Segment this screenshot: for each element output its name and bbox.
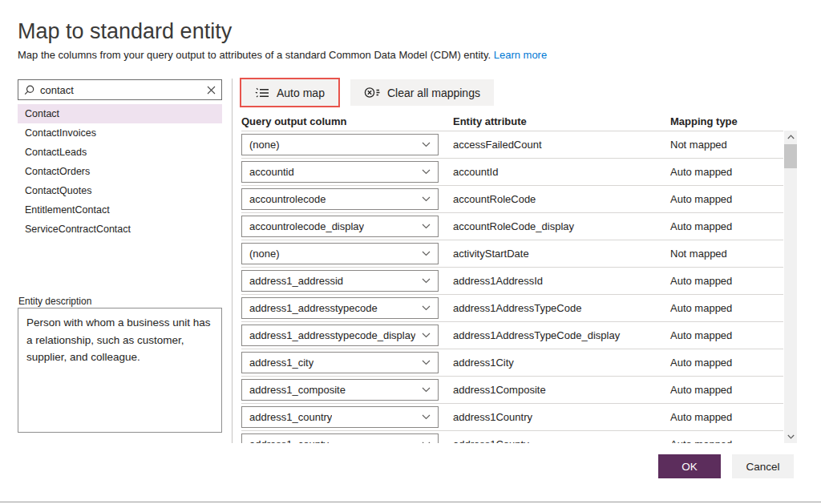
- chevron-down-icon: [422, 169, 431, 175]
- auto-map-button[interactable]: Auto map: [241, 79, 338, 106]
- query-column-value: accountid: [249, 166, 294, 178]
- entity-list-item[interactable]: ContactInvoices: [18, 123, 222, 143]
- entity-attribute-value: activityStartDate: [453, 248, 670, 260]
- chevron-down-icon: [422, 360, 431, 365]
- query-column-dropdown[interactable]: address1_composite: [241, 379, 439, 401]
- query-column-value: address1_addressid: [249, 275, 343, 287]
- entity-attribute-value: address1City: [453, 357, 670, 369]
- entity-attribute-value: address1Composite: [453, 384, 670, 396]
- column-header-query-output: Query output column: [241, 115, 453, 127]
- query-column-value: (none): [249, 248, 280, 260]
- scroll-up-icon[interactable]: [784, 131, 797, 143]
- query-column-dropdown[interactable]: accountrolecode: [241, 188, 439, 210]
- mapping-type-value: Auto mapped: [670, 438, 783, 443]
- mapping-table: (none) accessFailedCount Not mapped acco…: [241, 131, 783, 443]
- entity-attribute-value: address1AddressTypeCode_display: [453, 329, 670, 341]
- entity-attribute-value: accountRoleCode_display: [453, 220, 670, 232]
- entity-attribute-value: address1County: [453, 438, 670, 443]
- chevron-down-icon: [422, 305, 431, 311]
- query-column-dropdown[interactable]: (none): [241, 243, 439, 264]
- query-column-dropdown[interactable]: address1_county: [241, 433, 439, 443]
- query-column-value: address1_addresstypecode_display: [249, 329, 415, 341]
- scrollbar-thumb[interactable]: [784, 144, 797, 168]
- table-row: address1_composite address1Composite Aut…: [241, 377, 783, 404]
- entity-list-item[interactable]: ContactLeads: [18, 143, 222, 162]
- table-row: address1_addresstypecode address1Address…: [241, 295, 783, 322]
- mapping-table-header: Query output column Entity attribute Map…: [241, 115, 783, 127]
- panel-divider: [232, 79, 233, 443]
- mapping-type-value: Auto mapped: [670, 193, 783, 205]
- table-row: address1_county address1County Auto mapp…: [241, 431, 783, 443]
- auto-map-label: Auto map: [277, 87, 325, 99]
- search-input[interactable]: [40, 84, 201, 96]
- cancel-button[interactable]: Cancel: [732, 454, 794, 478]
- table-row: accountid accountId Auto mapped: [241, 159, 783, 186]
- scroll-down-icon[interactable]: [784, 430, 797, 443]
- query-column-value: address1_city: [249, 357, 313, 369]
- query-column-dropdown[interactable]: (none): [241, 134, 439, 155]
- query-column-dropdown[interactable]: accountrolecode_display: [241, 216, 439, 237]
- entity-item-label: ServiceContractContact: [25, 224, 131, 235]
- map-to-standard-entity-dialog: Map to standard entity Map the columns f…: [0, 0, 821, 504]
- query-column-value: address1_addresstypecode: [249, 302, 378, 314]
- table-scrollbar[interactable]: [784, 131, 797, 443]
- entity-description-label: Entity description: [18, 296, 91, 307]
- query-column-value: (none): [249, 139, 280, 151]
- chevron-down-icon: [422, 278, 431, 284]
- chevron-down-icon: [422, 251, 431, 256]
- dialog-bottom-edge: [0, 502, 821, 502]
- query-column-dropdown[interactable]: address1_city: [241, 352, 439, 373]
- mapping-type-value: Auto mapped: [670, 411, 783, 423]
- table-row: accountrolecode_display accountRoleCode_…: [241, 213, 783, 240]
- entity-search-box[interactable]: [18, 79, 222, 100]
- table-row: accountrolecode accountRoleCode Auto map…: [241, 186, 783, 213]
- mapping-type-value: Auto mapped: [670, 166, 783, 178]
- page-subtitle: Map the columns from your query output t…: [18, 49, 547, 61]
- clear-search-icon[interactable]: [207, 86, 216, 95]
- auto-map-icon: [255, 87, 269, 99]
- query-column-dropdown[interactable]: address1_addresstypecode: [241, 297, 439, 319]
- table-row: (none) accessFailedCount Not mapped: [241, 131, 783, 159]
- query-column-dropdown[interactable]: address1_addresstypecode_display: [241, 325, 439, 346]
- entity-list-item[interactable]: EntitlementContact: [18, 200, 222, 220]
- learn-more-link[interactable]: Learn more: [494, 49, 547, 61]
- entity-item-label: Contact: [25, 108, 59, 119]
- table-row: address1_addresstypecode_display address…: [241, 322, 783, 349]
- mapping-type-value: Auto mapped: [670, 357, 783, 369]
- entity-list-item[interactable]: Contact: [18, 104, 222, 123]
- column-header-entity-attribute: Entity attribute: [453, 115, 670, 127]
- search-icon: [24, 85, 34, 95]
- query-column-dropdown[interactable]: address1_addressid: [241, 270, 439, 292]
- entity-item-label: ContactLeads: [25, 147, 87, 158]
- clear-mappings-icon: [364, 87, 380, 99]
- mapping-type-value: Not mapped: [670, 248, 783, 260]
- clear-all-mappings-label: Clear all mappings: [387, 87, 480, 99]
- mapping-type-value: Auto mapped: [670, 220, 783, 232]
- entity-attribute-value: accountId: [453, 166, 670, 178]
- entity-attribute-value: address1Country: [453, 411, 670, 423]
- query-column-value: address1_composite: [249, 384, 346, 396]
- chevron-down-icon: [422, 442, 431, 443]
- query-column-dropdown[interactable]: address1_country: [241, 406, 439, 428]
- ok-button[interactable]: OK: [658, 454, 721, 478]
- entity-attribute-value: accessFailedCount: [453, 139, 670, 151]
- entity-item-label: EntitlementContact: [25, 204, 110, 216]
- chevron-down-icon: [422, 142, 431, 147]
- clear-all-mappings-button[interactable]: Clear all mappings: [350, 79, 494, 106]
- table-row: (none) activityStartDate Not mapped: [241, 240, 783, 268]
- entity-list-item[interactable]: ContactQuotes: [18, 181, 222, 200]
- entity-attribute-value: accountRoleCode: [453, 193, 670, 205]
- mapping-type-value: Auto mapped: [670, 329, 783, 341]
- column-header-mapping-type: Mapping type: [670, 115, 783, 127]
- entity-list-item[interactable]: ServiceContractContact: [18, 220, 222, 239]
- entity-attribute-value: address1AddressId: [453, 275, 670, 287]
- mapping-type-value: Auto mapped: [670, 275, 783, 287]
- query-column-value: address1_county: [249, 438, 329, 443]
- query-column-dropdown[interactable]: accountid: [241, 161, 439, 183]
- mapping-type-value: Not mapped: [670, 139, 783, 151]
- mapping-type-value: Auto mapped: [670, 384, 783, 396]
- table-row: address1_city address1City Auto mapped: [241, 349, 783, 377]
- entity-item-label: ContactQuotes: [25, 185, 91, 196]
- query-column-value: address1_country: [249, 411, 332, 423]
- entity-list-item[interactable]: ContactOrders: [18, 162, 222, 181]
